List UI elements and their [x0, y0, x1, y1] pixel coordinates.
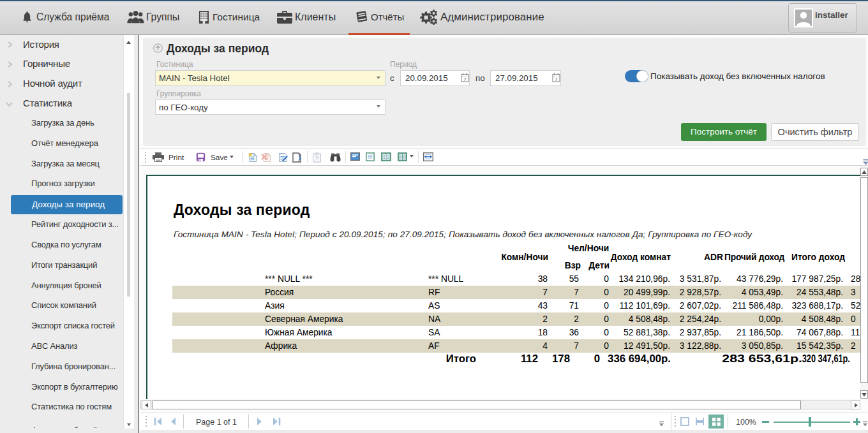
- svg-text:?: ?: [315, 155, 318, 161]
- svg-text:7: 7: [555, 77, 558, 82]
- svg-text:7: 7: [463, 77, 467, 82]
